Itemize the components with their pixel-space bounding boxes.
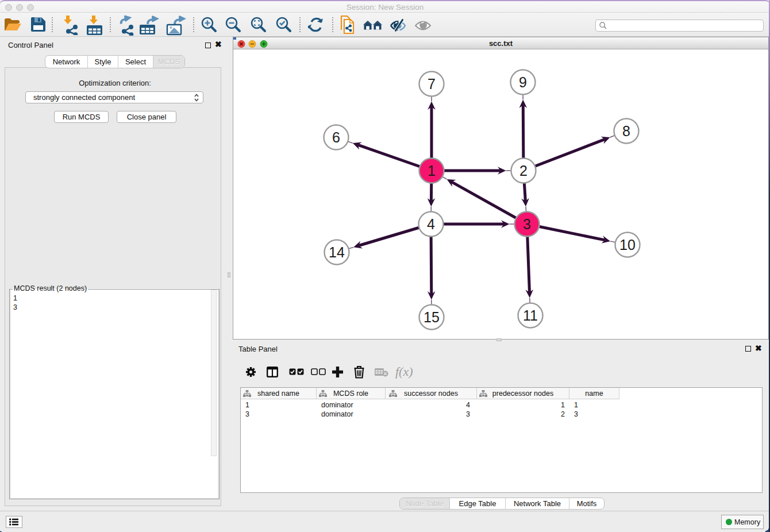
svg-text:11: 11	[523, 307, 538, 323]
svg-text:2: 2	[519, 163, 528, 179]
svg-text:4: 4	[427, 216, 435, 232]
svg-text:8: 8	[622, 123, 630, 139]
svg-text:10: 10	[619, 237, 636, 253]
svg-text:3: 3	[523, 216, 531, 232]
svg-text:15: 15	[424, 309, 440, 325]
svg-text:7: 7	[428, 76, 436, 92]
svg-text:6: 6	[332, 129, 340, 145]
svg-text:1: 1	[428, 163, 436, 179]
svg-text:14: 14	[329, 244, 345, 260]
svg-text:9: 9	[519, 74, 527, 90]
